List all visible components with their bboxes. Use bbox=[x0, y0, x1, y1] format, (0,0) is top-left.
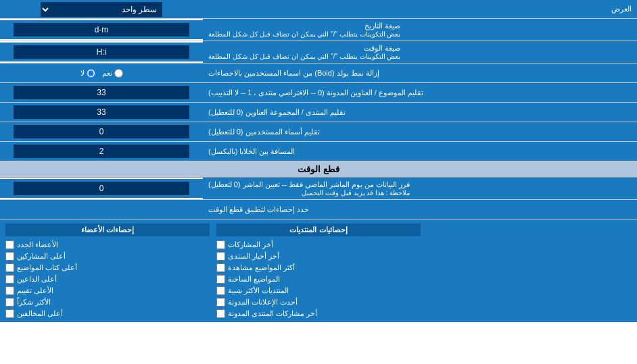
cutoff-input-col bbox=[0, 179, 203, 198]
cb-similar-forums-input[interactable] bbox=[216, 286, 225, 295]
date-format-input-col bbox=[0, 20, 203, 39]
cb-top-rated-input[interactable] bbox=[5, 286, 14, 295]
user-sort-input-col bbox=[0, 122, 203, 141]
cb-most-thanked: الأكثر شكراً bbox=[5, 298, 210, 307]
cb-top-posters-input[interactable] bbox=[5, 252, 14, 261]
bold-no-label[interactable]: لا bbox=[80, 69, 95, 78]
gap-row: المسافة بين الخلايا (بالبكسل) bbox=[0, 142, 637, 161]
time-format-input[interactable] bbox=[14, 45, 189, 59]
gap-label: المسافة بين الخلايا (بالبكسل) bbox=[203, 142, 637, 161]
cb-last-forum-posts: أخر مشاركات المنتدى المدونة bbox=[216, 309, 421, 318]
user-sort-label: تقليم أسماء المستخدمين (0 للتعطيل) bbox=[203, 122, 637, 141]
topic-sort-row: تقليم الموضوع / العناوين المدونة (0 -- ا… bbox=[0, 83, 637, 103]
cutoff-label: فرز البيانات من يوم الماشر الماضي فقط --… bbox=[203, 178, 637, 199]
bold-remove-input-col: نعم لا bbox=[0, 63, 203, 82]
cb-latest-announcements: أحدث الإعلانات المدونة bbox=[216, 298, 421, 307]
cb-most-thanked-input[interactable] bbox=[5, 298, 14, 307]
stats-apply-empty bbox=[427, 224, 632, 318]
bold-remove-row: إزالة نمط بولد (Bold) من اسماء المستخدمي… bbox=[0, 63, 637, 83]
cutoff-section-header: قطع الوقت bbox=[0, 161, 637, 178]
time-format-input-col bbox=[0, 43, 203, 61]
cb-new-members: الأعضاء الجدد bbox=[5, 240, 210, 249]
cb-last-posts-input[interactable] bbox=[216, 240, 225, 249]
cb-forum-news: أخر أخبار المنتدى bbox=[216, 252, 421, 261]
cb-most-viewed: أكثر المواضيع مشاهدة bbox=[216, 263, 421, 272]
user-sort-row: تقليم أسماء المستخدمين (0 للتعطيل) bbox=[0, 122, 637, 142]
bold-radio-group: نعم لا bbox=[80, 69, 123, 78]
cutoff-input[interactable] bbox=[14, 182, 189, 195]
cb-last-posts: أخر المشاركات bbox=[216, 240, 421, 249]
date-format-row: صيغة التاريخ بعض التكوينات يتطلب "/" الت… bbox=[0, 19, 637, 41]
header-select-col: سطر واحد سطرين ثلاثة أسطر bbox=[0, 1, 203, 18]
time-format-row: صيغة الوقت بعض التكوينات يتطلب "/" التي … bbox=[0, 41, 637, 63]
forum-sort-input-col bbox=[0, 103, 203, 122]
time-format-label: صيغة الوقت بعض التكوينات يتطلب "/" التي … bbox=[203, 41, 637, 63]
cb-latest-announcements-input[interactable] bbox=[216, 298, 225, 307]
cutoff-section-header-row: قطع الوقت bbox=[0, 161, 637, 178]
topic-sort-input-col bbox=[0, 83, 203, 102]
cb-new-members-input[interactable] bbox=[5, 240, 14, 249]
bold-no-radio[interactable] bbox=[87, 69, 95, 78]
bold-yes-radio[interactable] bbox=[114, 69, 123, 78]
forums-stats-header: إحصائيات المنتديات bbox=[216, 224, 421, 236]
cb-top-rated: الأعلى تقييم bbox=[5, 286, 210, 295]
forum-sort-input[interactable] bbox=[14, 105, 189, 119]
date-format-label: صيغة التاريخ بعض التكوينات يتطلب "/" الت… bbox=[203, 19, 637, 41]
cb-top-inviters-input[interactable] bbox=[5, 275, 14, 284]
checkboxes-container: إحصائيات المنتديات أخر المشاركات أخر أخب… bbox=[0, 219, 637, 322]
stats-apply-row: حدد إحصاءات لتطبيق قطع الوقت bbox=[0, 200, 637, 219]
cb-top-inviters: أعلى الداعين bbox=[5, 275, 210, 284]
gap-input[interactable] bbox=[14, 145, 189, 158]
header-row: العرض سطر واحد سطرين ثلاثة أسطر bbox=[0, 0, 637, 19]
cb-forum-news-input[interactable] bbox=[216, 252, 225, 261]
cb-top-topic-writers: أعلى كتاب المواضيع bbox=[5, 263, 210, 272]
date-format-input[interactable] bbox=[14, 23, 189, 36]
display-select[interactable]: سطر واحد سطرين ثلاثة أسطر bbox=[41, 2, 162, 17]
cb-hot-topics-input[interactable] bbox=[216, 275, 225, 284]
cb-top-violators: أعلى المخالفين bbox=[5, 309, 210, 318]
cb-hot-topics: المواضيع الساخنة bbox=[216, 275, 421, 284]
cutoff-row: فرز البيانات من يوم الماشر الماضي فقط --… bbox=[0, 178, 637, 200]
cb-top-violators-input[interactable] bbox=[5, 309, 14, 318]
topic-sort-input[interactable] bbox=[14, 86, 189, 99]
bold-yes-label[interactable]: نعم bbox=[102, 69, 123, 78]
cb-last-forum-posts-input[interactable] bbox=[216, 309, 225, 318]
members-stats-col: إحصاءات الأعضاء الأعضاء الجدد أعلى المشا… bbox=[5, 224, 210, 318]
forum-sort-row: تقليم المنتدى / المجموعة العناوين (0 للت… bbox=[0, 103, 637, 122]
cb-most-viewed-input[interactable] bbox=[216, 263, 225, 272]
bold-remove-label: إزالة نمط بولد (Bold) من اسماء المستخدمي… bbox=[203, 63, 637, 82]
gap-input-col bbox=[0, 142, 203, 161]
topic-sort-label: تقليم الموضوع / العناوين المدونة (0 -- ا… bbox=[203, 83, 637, 102]
cb-similar-forums: المنتديات الأكثر شبية bbox=[216, 286, 421, 295]
user-sort-input[interactable] bbox=[14, 125, 189, 138]
forums-stats-col: إحصائيات المنتديات أخر المشاركات أخر أخب… bbox=[216, 224, 421, 318]
cb-top-topic-writers-input[interactable] bbox=[5, 263, 14, 272]
stats-apply-label: حدد إحصاءات لتطبيق قطع الوقت bbox=[203, 200, 637, 219]
forum-sort-label: تقليم المنتدى / المجموعة العناوين (0 للت… bbox=[203, 103, 637, 122]
cb-top-posters: أعلى المشاركين bbox=[5, 252, 210, 261]
stats-apply-col bbox=[0, 200, 203, 219]
members-stats-header: إحصاءات الأعضاء bbox=[5, 224, 210, 236]
header-label: العرض bbox=[203, 2, 637, 16]
